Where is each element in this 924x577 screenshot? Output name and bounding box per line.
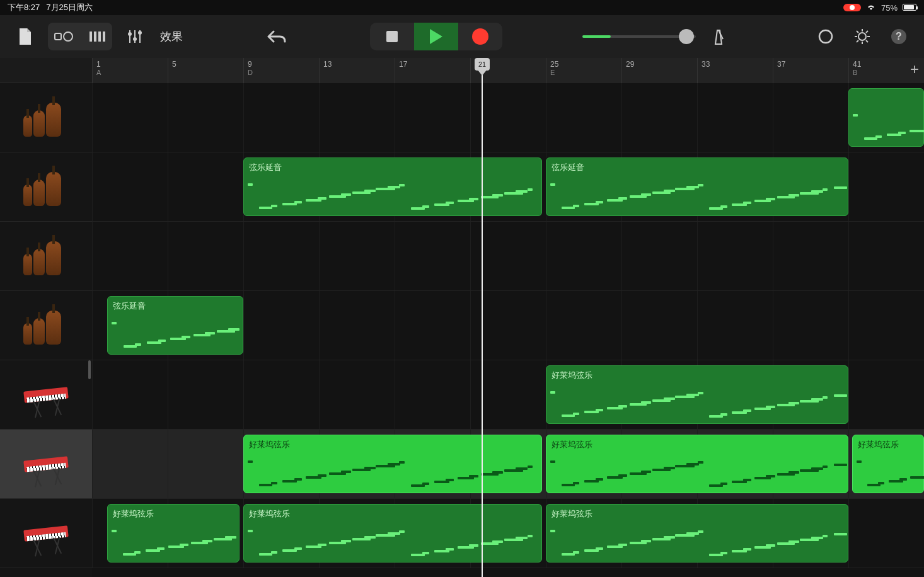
keyboard-icon — [21, 515, 71, 552]
ruler-bar-33[interactable]: 33 — [697, 58, 773, 83]
svg-line-21 — [866, 31, 868, 33]
battery-percent: 75% — [881, 3, 898, 13]
keyboard-icon — [21, 376, 71, 414]
ruler[interactable]: 1A59D13172125E29333741B — [92, 58, 924, 83]
undo-button[interactable] — [263, 23, 291, 50]
track-header-5[interactable] — [0, 430, 92, 499]
region-label: 弦乐延音 — [552, 162, 843, 173]
region-label: 好莱坞弦乐 — [249, 508, 536, 520]
region[interactable]: 好莱坞弦乐 — [546, 435, 848, 493]
status-date: 7月25日周六 — [46, 2, 93, 13]
toolbar: 效果 ? — [0, 15, 924, 58]
master-volume-slider[interactable] — [582, 35, 696, 38]
region-label: 好莱坞弦乐 — [858, 439, 918, 450]
region[interactable]: 好莱坞弦乐 — [107, 504, 240, 563]
region[interactable]: 好莱坞弦乐 — [243, 435, 542, 493]
region[interactable]: 好莱坞弦乐 — [546, 365, 848, 424]
stop-button[interactable] — [370, 23, 414, 50]
svg-point-14 — [858, 33, 866, 40]
fx-button[interactable]: 效果 — [160, 29, 183, 44]
status-time: 下午8:27 — [8, 2, 40, 13]
region[interactable]: 好莱坞弦乐 — [243, 504, 542, 563]
ruler-bar-17[interactable]: 17 — [395, 58, 470, 83]
track-list — [0, 58, 92, 577]
svg-line-22 — [857, 40, 858, 42]
add-track-button[interactable]: + — [910, 60, 919, 78]
ruler-bar-13[interactable]: 13 — [319, 58, 395, 83]
track-header-2[interactable] — [0, 222, 92, 291]
settings-button[interactable] — [848, 23, 876, 50]
track-row-6[interactable]: 好莱坞弦乐好莱坞弦乐好莱坞弦乐 — [92, 499, 924, 568]
region[interactable]: 弦乐延音 — [107, 296, 243, 355]
view-switcher — [48, 23, 112, 50]
svg-line-19 — [857, 31, 858, 33]
ruler-bar-25[interactable]: 25E — [546, 58, 621, 83]
svg-line-20 — [866, 40, 868, 42]
playhead[interactable]: 21 — [482, 58, 483, 577]
help-button[interactable]: ? — [885, 23, 913, 50]
strings-icon — [21, 168, 71, 206]
track-scroll-indicator — [88, 360, 91, 379]
track-row-5[interactable]: 好莱坞弦乐好莱坞弦乐好莱坞弦乐 — [92, 430, 924, 499]
track-row-4[interactable]: 好莱坞弦乐 — [92, 360, 924, 430]
region[interactable]: 弦乐延音 — [243, 157, 542, 216]
svg-rect-0 — [55, 33, 61, 40]
track-row-2[interactable] — [92, 222, 924, 291]
region[interactable]: 好莱坞弦乐 — [546, 504, 848, 563]
ruler-bar-9[interactable]: 9D — [243, 58, 319, 83]
metronome-button[interactable] — [705, 23, 732, 50]
my-songs-button[interactable] — [11, 23, 39, 50]
ruler-bar-37[interactable]: 37 — [773, 58, 848, 83]
timeline[interactable]: 1A59D13172125E29333741B + 弦乐延音弦乐延音弦乐延音好莱… — [92, 58, 924, 577]
track-header-1[interactable] — [0, 152, 92, 222]
region-label: 好莱坞弦乐 — [552, 370, 843, 381]
instrument-view-button[interactable] — [82, 23, 112, 50]
transport — [370, 23, 502, 50]
svg-rect-3 — [94, 31, 96, 42]
svg-point-1 — [64, 32, 72, 41]
region[interactable]: 弦乐延音 — [546, 157, 848, 216]
svg-rect-2 — [90, 31, 92, 42]
track-header-0[interactable] — [0, 83, 92, 152]
svg-text:?: ? — [896, 31, 902, 42]
track-header-3[interactable] — [0, 291, 92, 360]
region-label: 弦乐延音 — [113, 300, 238, 312]
region[interactable] — [848, 88, 924, 147]
tracks-view-button[interactable] — [48, 23, 82, 50]
strings-icon — [21, 237, 71, 275]
region-label: 弦乐延音 — [249, 162, 536, 173]
svg-point-9 — [128, 32, 132, 36]
svg-point-10 — [133, 37, 137, 41]
region[interactable]: 好莱坞弦乐 — [852, 435, 924, 493]
track-row-0[interactable] — [92, 83, 924, 152]
region-label: 好莱坞弦乐 — [249, 439, 536, 450]
track-header-6[interactable] — [0, 499, 92, 568]
svg-rect-5 — [103, 31, 105, 42]
svg-point-11 — [138, 31, 142, 35]
play-button[interactable] — [414, 23, 458, 50]
ruler-bar-5[interactable]: 5 — [168, 58, 243, 83]
playhead-position[interactable]: 21 — [475, 58, 490, 71]
track-header-4[interactable] — [0, 360, 92, 430]
record-button[interactable] — [458, 23, 502, 50]
track-row-1[interactable]: 弦乐延音弦乐延音 — [92, 152, 924, 222]
keyboard-icon — [21, 445, 71, 483]
region-label: 好莱坞弦乐 — [552, 439, 843, 450]
svg-rect-4 — [98, 31, 101, 42]
strings-icon — [21, 99, 71, 137]
ruler-bar-1[interactable]: 1A — [92, 58, 168, 83]
strings-icon — [21, 307, 71, 345]
screen-record-indicator[interactable] — [843, 4, 861, 11]
track-controls-button[interactable] — [121, 23, 149, 50]
svg-point-13 — [819, 30, 832, 43]
wifi-icon — [866, 3, 876, 13]
region-label: 好莱坞弦乐 — [552, 508, 843, 520]
ruler-bar-29[interactable]: 29 — [621, 58, 697, 83]
battery-icon — [903, 3, 916, 13]
loop-browser-button[interactable] — [812, 23, 840, 50]
track-row-3[interactable]: 弦乐延音 — [92, 291, 924, 360]
status-bar: 下午8:27 7月25日周六 75% — [0, 0, 924, 15]
region-label: 好莱坞弦乐 — [113, 508, 234, 520]
